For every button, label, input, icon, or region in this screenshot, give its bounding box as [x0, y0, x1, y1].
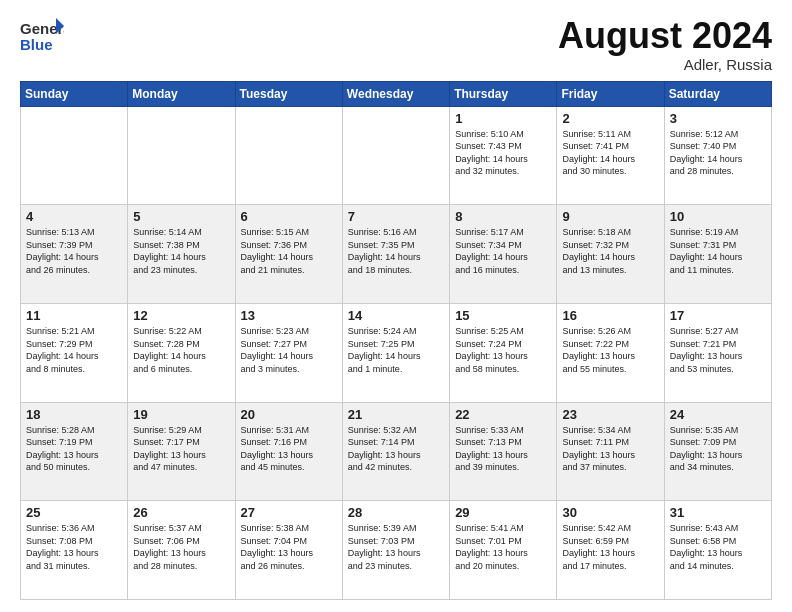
day-info: Sunrise: 5:35 AM Sunset: 7:09 PM Dayligh…	[670, 424, 766, 474]
calendar-cell	[342, 106, 449, 205]
day-info: Sunrise: 5:15 AM Sunset: 7:36 PM Dayligh…	[241, 226, 337, 276]
day-number: 20	[241, 407, 337, 422]
col-wednesday: Wednesday	[342, 81, 449, 106]
day-number: 11	[26, 308, 122, 323]
header: General Blue August 2024 Adler, Russia	[20, 16, 772, 73]
day-info: Sunrise: 5:42 AM Sunset: 6:59 PM Dayligh…	[562, 522, 658, 572]
col-sunday: Sunday	[21, 81, 128, 106]
calendar-cell: 31Sunrise: 5:43 AM Sunset: 6:58 PM Dayli…	[664, 501, 771, 600]
day-number: 23	[562, 407, 658, 422]
day-info: Sunrise: 5:14 AM Sunset: 7:38 PM Dayligh…	[133, 226, 229, 276]
calendar-cell: 10Sunrise: 5:19 AM Sunset: 7:31 PM Dayli…	[664, 205, 771, 304]
day-info: Sunrise: 5:24 AM Sunset: 7:25 PM Dayligh…	[348, 325, 444, 375]
calendar-cell: 7Sunrise: 5:16 AM Sunset: 7:35 PM Daylig…	[342, 205, 449, 304]
day-number: 12	[133, 308, 229, 323]
calendar-cell: 11Sunrise: 5:21 AM Sunset: 7:29 PM Dayli…	[21, 303, 128, 402]
calendar-cell: 28Sunrise: 5:39 AM Sunset: 7:03 PM Dayli…	[342, 501, 449, 600]
col-friday: Friday	[557, 81, 664, 106]
day-number: 22	[455, 407, 551, 422]
calendar-week-2: 11Sunrise: 5:21 AM Sunset: 7:29 PM Dayli…	[21, 303, 772, 402]
day-number: 17	[670, 308, 766, 323]
calendar-cell: 21Sunrise: 5:32 AM Sunset: 7:14 PM Dayli…	[342, 402, 449, 501]
day-info: Sunrise: 5:25 AM Sunset: 7:24 PM Dayligh…	[455, 325, 551, 375]
day-number: 1	[455, 111, 551, 126]
day-info: Sunrise: 5:43 AM Sunset: 6:58 PM Dayligh…	[670, 522, 766, 572]
day-number: 30	[562, 505, 658, 520]
calendar-cell: 14Sunrise: 5:24 AM Sunset: 7:25 PM Dayli…	[342, 303, 449, 402]
calendar-cell: 24Sunrise: 5:35 AM Sunset: 7:09 PM Dayli…	[664, 402, 771, 501]
calendar-cell: 4Sunrise: 5:13 AM Sunset: 7:39 PM Daylig…	[21, 205, 128, 304]
calendar-cell: 16Sunrise: 5:26 AM Sunset: 7:22 PM Dayli…	[557, 303, 664, 402]
day-number: 13	[241, 308, 337, 323]
day-number: 16	[562, 308, 658, 323]
page: General Blue August 2024 Adler, Russia S…	[0, 0, 792, 612]
calendar-cell	[235, 106, 342, 205]
logo-icon: General Blue	[20, 16, 64, 54]
calendar-cell: 25Sunrise: 5:36 AM Sunset: 7:08 PM Dayli…	[21, 501, 128, 600]
day-info: Sunrise: 5:11 AM Sunset: 7:41 PM Dayligh…	[562, 128, 658, 178]
day-info: Sunrise: 5:13 AM Sunset: 7:39 PM Dayligh…	[26, 226, 122, 276]
day-number: 14	[348, 308, 444, 323]
calendar-cell	[21, 106, 128, 205]
calendar-cell: 13Sunrise: 5:23 AM Sunset: 7:27 PM Dayli…	[235, 303, 342, 402]
day-number: 2	[562, 111, 658, 126]
day-number: 4	[26, 209, 122, 224]
calendar-header-row: Sunday Monday Tuesday Wednesday Thursday…	[21, 81, 772, 106]
day-info: Sunrise: 5:28 AM Sunset: 7:19 PM Dayligh…	[26, 424, 122, 474]
day-info: Sunrise: 5:33 AM Sunset: 7:13 PM Dayligh…	[455, 424, 551, 474]
calendar-week-3: 18Sunrise: 5:28 AM Sunset: 7:19 PM Dayli…	[21, 402, 772, 501]
calendar-cell: 15Sunrise: 5:25 AM Sunset: 7:24 PM Dayli…	[450, 303, 557, 402]
day-info: Sunrise: 5:22 AM Sunset: 7:28 PM Dayligh…	[133, 325, 229, 375]
calendar-cell: 8Sunrise: 5:17 AM Sunset: 7:34 PM Daylig…	[450, 205, 557, 304]
calendar-cell: 1Sunrise: 5:10 AM Sunset: 7:43 PM Daylig…	[450, 106, 557, 205]
day-info: Sunrise: 5:38 AM Sunset: 7:04 PM Dayligh…	[241, 522, 337, 572]
calendar-cell: 26Sunrise: 5:37 AM Sunset: 7:06 PM Dayli…	[128, 501, 235, 600]
col-thursday: Thursday	[450, 81, 557, 106]
day-info: Sunrise: 5:18 AM Sunset: 7:32 PM Dayligh…	[562, 226, 658, 276]
day-info: Sunrise: 5:23 AM Sunset: 7:27 PM Dayligh…	[241, 325, 337, 375]
day-number: 27	[241, 505, 337, 520]
calendar-cell: 22Sunrise: 5:33 AM Sunset: 7:13 PM Dayli…	[450, 402, 557, 501]
day-number: 18	[26, 407, 122, 422]
day-info: Sunrise: 5:29 AM Sunset: 7:17 PM Dayligh…	[133, 424, 229, 474]
day-number: 24	[670, 407, 766, 422]
day-info: Sunrise: 5:37 AM Sunset: 7:06 PM Dayligh…	[133, 522, 229, 572]
title-block: August 2024 Adler, Russia	[558, 16, 772, 73]
day-number: 21	[348, 407, 444, 422]
calendar-cell: 17Sunrise: 5:27 AM Sunset: 7:21 PM Dayli…	[664, 303, 771, 402]
day-number: 7	[348, 209, 444, 224]
calendar-week-4: 25Sunrise: 5:36 AM Sunset: 7:08 PM Dayli…	[21, 501, 772, 600]
day-info: Sunrise: 5:32 AM Sunset: 7:14 PM Dayligh…	[348, 424, 444, 474]
day-info: Sunrise: 5:26 AM Sunset: 7:22 PM Dayligh…	[562, 325, 658, 375]
calendar-cell: 29Sunrise: 5:41 AM Sunset: 7:01 PM Dayli…	[450, 501, 557, 600]
calendar-cell: 30Sunrise: 5:42 AM Sunset: 6:59 PM Dayli…	[557, 501, 664, 600]
month-year: August 2024	[558, 16, 772, 56]
location: Adler, Russia	[558, 56, 772, 73]
day-info: Sunrise: 5:34 AM Sunset: 7:11 PM Dayligh…	[562, 424, 658, 474]
calendar-cell: 23Sunrise: 5:34 AM Sunset: 7:11 PM Dayli…	[557, 402, 664, 501]
day-number: 5	[133, 209, 229, 224]
day-number: 31	[670, 505, 766, 520]
col-tuesday: Tuesday	[235, 81, 342, 106]
day-info: Sunrise: 5:39 AM Sunset: 7:03 PM Dayligh…	[348, 522, 444, 572]
day-info: Sunrise: 5:19 AM Sunset: 7:31 PM Dayligh…	[670, 226, 766, 276]
day-info: Sunrise: 5:27 AM Sunset: 7:21 PM Dayligh…	[670, 325, 766, 375]
calendar-cell: 27Sunrise: 5:38 AM Sunset: 7:04 PM Dayli…	[235, 501, 342, 600]
day-number: 8	[455, 209, 551, 224]
day-number: 25	[26, 505, 122, 520]
day-info: Sunrise: 5:21 AM Sunset: 7:29 PM Dayligh…	[26, 325, 122, 375]
day-info: Sunrise: 5:12 AM Sunset: 7:40 PM Dayligh…	[670, 128, 766, 178]
col-monday: Monday	[128, 81, 235, 106]
day-info: Sunrise: 5:41 AM Sunset: 7:01 PM Dayligh…	[455, 522, 551, 572]
calendar-cell: 9Sunrise: 5:18 AM Sunset: 7:32 PM Daylig…	[557, 205, 664, 304]
day-info: Sunrise: 5:10 AM Sunset: 7:43 PM Dayligh…	[455, 128, 551, 178]
day-info: Sunrise: 5:17 AM Sunset: 7:34 PM Dayligh…	[455, 226, 551, 276]
calendar-cell: 5Sunrise: 5:14 AM Sunset: 7:38 PM Daylig…	[128, 205, 235, 304]
calendar-cell: 6Sunrise: 5:15 AM Sunset: 7:36 PM Daylig…	[235, 205, 342, 304]
calendar-cell: 12Sunrise: 5:22 AM Sunset: 7:28 PM Dayli…	[128, 303, 235, 402]
calendar-cell: 20Sunrise: 5:31 AM Sunset: 7:16 PM Dayli…	[235, 402, 342, 501]
calendar-cell: 19Sunrise: 5:29 AM Sunset: 7:17 PM Dayli…	[128, 402, 235, 501]
calendar-cell	[128, 106, 235, 205]
calendar-week-1: 4Sunrise: 5:13 AM Sunset: 7:39 PM Daylig…	[21, 205, 772, 304]
day-number: 6	[241, 209, 337, 224]
